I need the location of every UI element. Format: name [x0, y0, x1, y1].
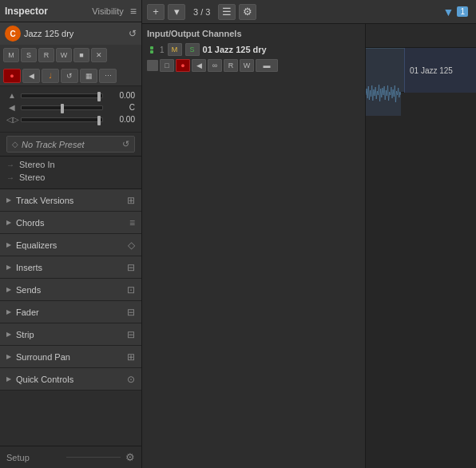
input-arrow-icon: → [6, 161, 14, 169]
channel-link-btn[interactable]: ∞ [208, 59, 222, 72]
section-sends[interactable]: ▶ Sends ⊡ [0, 279, 141, 301]
sends-arrow-icon: ▶ [6, 286, 11, 293]
settings-button[interactable]: ⚙ [239, 4, 256, 20]
section-list: ▶ Track Versions ⊞ ▶ Chords ≡ ▶ Equalize… [0, 189, 141, 446]
inspector-menu-icon[interactable]: ≡ [130, 5, 137, 18]
track-versions-icon: ⊞ [127, 195, 135, 206]
channel-strip: Input/Output Channels 1 M S 01 Jazz 125 … [142, 24, 366, 468]
visibility-label[interactable]: Visibility [92, 6, 124, 16]
section-quick-controls[interactable]: ▶ Quick Controls ⊙ [0, 368, 141, 391]
add-button[interactable]: + [147, 4, 165, 20]
section-inserts[interactable]: ▶ Inserts ⊟ [0, 256, 141, 279]
pan-row: ◀ C [6, 103, 135, 112]
inserts-icon: ⊟ [127, 262, 135, 273]
sends-label: Sends [16, 285, 127, 295]
input-row: → Stereo In [6, 158, 135, 171]
channel-write-btn[interactable]: W [240, 59, 254, 72]
strip-arrow-icon: ▶ [6, 331, 11, 338]
surround-pan-icon: ⊞ [127, 351, 135, 363]
loop-button[interactable]: ↺ [61, 69, 78, 83]
instrument-button[interactable]: ♩ [42, 69, 59, 83]
surround-pan-arrow-icon: ▶ [6, 353, 11, 360]
svg-text:C: C [10, 30, 15, 38]
filter-count: 1 [457, 6, 468, 17]
dropdown-button[interactable]: ▾ [168, 4, 185, 20]
inserts-label: Inserts [16, 263, 127, 272]
monitor-button[interactable]: ◀ [22, 69, 40, 83]
channel-monitor-btn[interactable]: ◀ [192, 59, 206, 72]
track-name: Jazz 125 dry [24, 29, 125, 38]
setup-divider [66, 457, 121, 458]
channel-read-btn[interactable]: R [224, 59, 238, 72]
write-button[interactable]: W [56, 48, 72, 62]
section-fader[interactable]: ▶ Fader ⊟ [0, 301, 141, 323]
add-icon: + [153, 6, 159, 18]
pan-value: 0.00 [106, 115, 135, 124]
mute-button[interactable]: M [3, 48, 19, 62]
control-buttons-row2: ● ◀ ♩ ↺ ▦ ⋯ [0, 65, 141, 86]
main-toolbar: + ▾ 3 / 3 ☰ ⚙ ▼ 1 [142, 0, 476, 24]
more-button[interactable]: ⋯ [99, 69, 117, 83]
track-preset-row[interactable]: ◇ No Track Preset ↺ [6, 136, 135, 153]
solo-button[interactable]: S [21, 48, 37, 62]
strip-icon: ⊟ [127, 329, 135, 340]
pan-value-row: ◁▷ 0.00 [6, 115, 135, 124]
surround-pan-label: Surround Pan [16, 352, 127, 362]
pan-slider[interactable] [21, 105, 103, 110]
channel-controls: □ ● ◀ ∞ R W ▬ [147, 59, 360, 72]
setup-gear-icon[interactable]: ⚙ [125, 451, 135, 463]
level-indicator [147, 46, 157, 54]
volume-slider[interactable] [21, 93, 103, 98]
channel-fader-btn[interactable]: ▬ [256, 59, 278, 72]
channel-record-btn[interactable]: ● [176, 59, 190, 72]
channel-color-swatch [147, 60, 158, 71]
channel-solo-button[interactable]: S [185, 43, 200, 56]
section-track-versions[interactable]: ▶ Track Versions ⊞ [0, 189, 141, 212]
track-versions-label: Track Versions [16, 196, 127, 205]
volume-icon: ▲ [6, 91, 18, 100]
chords-icon: ≡ [129, 217, 135, 228]
io-section: → Stereo In → Stereo [0, 157, 141, 189]
track-refresh-icon[interactable]: ↺ [129, 28, 137, 39]
track-header-right: 01 Jazz 125 [404, 48, 476, 93]
output-label[interactable]: Stereo [19, 173, 45, 182]
inserts-arrow-icon: ▶ [6, 264, 11, 271]
pan-center-label: C [106, 103, 135, 112]
pan-lr-icon: ◁▷ [6, 115, 18, 124]
grid-button[interactable]: ▦ [80, 69, 97, 83]
track-preset-section: ◇ No Track Preset ↺ [0, 133, 141, 157]
track-logo: C [5, 26, 21, 42]
record-arm-button[interactable]: ● [3, 69, 21, 83]
filter-icon[interactable]: ▼ [443, 6, 454, 18]
setup-row: Setup ⚙ [0, 446, 141, 468]
remove-button[interactable]: ✕ [91, 48, 107, 62]
channel-name: 01 Jazz 125 dry [203, 45, 360, 54]
quick-controls-icon: ⊙ [127, 374, 135, 385]
pan-value-slider[interactable] [21, 117, 103, 122]
timeline-bar [366, 24, 476, 48]
volume-value: 0.00 [106, 91, 135, 100]
list-view-button[interactable]: ☰ [218, 4, 236, 20]
equalizers-label: Equalizers [16, 240, 128, 250]
chords-arrow-icon: ▶ [6, 219, 11, 226]
inspector-title: Inspector [5, 6, 85, 17]
channel-visibility-btn[interactable]: □ [160, 59, 174, 72]
section-strip[interactable]: ▶ Strip ⊟ [0, 323, 141, 346]
audio-waveform [366, 74, 401, 116]
stop-button[interactable]: ■ [73, 48, 89, 62]
settings-icon: ⚙ [243, 6, 252, 18]
chords-label: Chords [16, 218, 129, 228]
quick-controls-label: Quick Controls [16, 375, 127, 384]
channel-mute-button[interactable]: M [168, 43, 182, 56]
channel-area: Input/Output Channels 1 M S 01 Jazz 125 … [142, 24, 476, 468]
section-equalizers[interactable]: ▶ Equalizers ◇ [0, 234, 141, 256]
section-surround-pan[interactable]: ▶ Surround Pan ⊞ [0, 346, 141, 368]
read-button[interactable]: R [38, 48, 54, 62]
track-preset-label: No Track Preset [22, 140, 119, 149]
track-preset-reload-icon[interactable]: ↺ [122, 139, 129, 149]
control-buttons-row1: M S R W ■ ✕ [0, 45, 141, 65]
section-chords[interactable]: ▶ Chords ≡ [0, 212, 141, 234]
input-label[interactable]: Stereo In [19, 160, 55, 169]
channel-counter: 3 / 3 [193, 7, 210, 17]
sends-icon: ⊡ [127, 284, 135, 295]
